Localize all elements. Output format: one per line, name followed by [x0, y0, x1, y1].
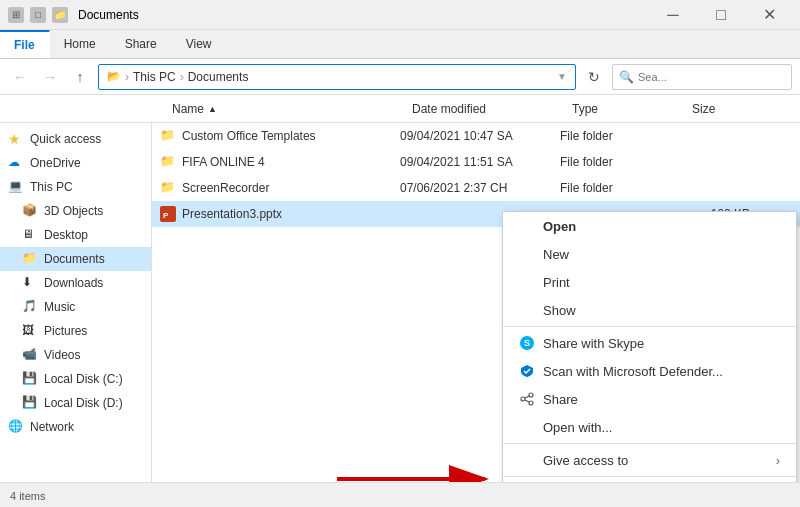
- show-icon: [519, 302, 535, 318]
- col-header-type[interactable]: Type: [562, 102, 682, 116]
- share-icon: [519, 391, 535, 407]
- context-menu-open[interactable]: Open: [503, 212, 796, 240]
- context-menu: Open New Print Show S Share with Skype: [502, 211, 797, 482]
- file-date: 09/04/2021 10:47 SA: [400, 129, 560, 143]
- title-bar-title: Documents: [78, 8, 139, 22]
- file-name: Custom Office Templates: [182, 129, 400, 143]
- sidebar-label-locald: Local Disk (D:): [44, 396, 123, 410]
- sidebar-item-network[interactable]: 🌐 Network: [0, 415, 151, 439]
- separator-2: [503, 443, 796, 444]
- sidebar-label-network: Network: [30, 420, 74, 434]
- context-menu-share[interactable]: Share: [503, 385, 796, 413]
- back-button[interactable]: ←: [8, 65, 32, 89]
- breadcrumb[interactable]: 📂 › This PC › Documents ▼: [98, 64, 576, 90]
- folder-file-icon-2: 📁: [160, 154, 176, 170]
- svg-point-4: [529, 393, 533, 397]
- context-menu-defender[interactable]: Scan with Microsoft Defender...: [503, 357, 796, 385]
- sidebar-item-pictures[interactable]: 🖼 Pictures: [0, 319, 151, 343]
- sidebar-item-music[interactable]: 🎵 Music: [0, 295, 151, 319]
- disk-d-icon: 💾: [22, 395, 38, 411]
- tab-share[interactable]: Share: [111, 30, 172, 58]
- status-bar: 4 items: [0, 482, 800, 507]
- sidebar-label-documents: Documents: [44, 252, 105, 266]
- search-box[interactable]: 🔍: [612, 64, 792, 90]
- status-text: 4 items: [10, 490, 45, 502]
- separator-3: [503, 476, 796, 477]
- ribbon: File Home Share View: [0, 30, 800, 59]
- cube-icon: 📦: [22, 203, 38, 219]
- close-button[interactable]: ✕: [746, 0, 792, 30]
- minimize-button[interactable]: ─: [650, 0, 696, 30]
- sidebar-item-documents[interactable]: 📁 Documents: [0, 247, 151, 271]
- folder-file-icon: 📁: [160, 128, 176, 144]
- context-menu-skype[interactable]: S Share with Skype: [503, 329, 796, 357]
- sidebar-item-thispc[interactable]: 💻 This PC: [0, 175, 151, 199]
- maximize-button[interactable]: □: [698, 0, 744, 30]
- print-icon: [519, 274, 535, 290]
- table-row[interactable]: 📁 ScreenRecorder 07/06/2021 2:37 CH File…: [152, 175, 800, 201]
- sidebar-item-videos[interactable]: 📹 Videos: [0, 343, 151, 367]
- title-bar-folder-icon: 📁: [52, 7, 68, 23]
- new-icon: [519, 246, 535, 262]
- defender-icon: [519, 363, 535, 379]
- file-date-2: 09/04/2021 11:51 SA: [400, 155, 560, 169]
- sidebar-label-downloads: Downloads: [44, 276, 103, 290]
- context-menu-show[interactable]: Show: [503, 296, 796, 324]
- tab-view[interactable]: View: [172, 30, 227, 58]
- svg-line-7: [525, 396, 529, 398]
- breadcrumb-documents: Documents: [188, 70, 249, 84]
- folder-file-icon-3: 📁: [160, 180, 176, 196]
- title-bar: ⊞ □ 📁 Documents ─ □ ✕: [0, 0, 800, 30]
- folder-icon: 📁: [22, 251, 38, 267]
- search-input[interactable]: [638, 71, 785, 83]
- context-menu-giveaccess[interactable]: Give access to ›: [503, 446, 796, 474]
- sidebar-item-onedrive[interactable]: ☁ OneDrive: [0, 151, 151, 175]
- cloud-icon: ☁: [8, 155, 24, 171]
- tab-home[interactable]: Home: [50, 30, 111, 58]
- file-type-3: File folder: [560, 181, 680, 195]
- context-menu-openwith[interactable]: Open with...: [503, 413, 796, 441]
- sidebar-item-desktop[interactable]: 🖥 Desktop: [0, 223, 151, 247]
- column-headers: Name ▲ Date modified Type Size: [0, 95, 800, 123]
- table-row[interactable]: 📁 FIFA ONLINE 4 09/04/2021 11:51 SA File…: [152, 149, 800, 175]
- context-menu-new[interactable]: New: [503, 240, 796, 268]
- address-bar: ← → ↑ 📂 › This PC › Documents ▼ ↻ 🔍: [0, 59, 800, 95]
- download-icon: ⬇: [22, 275, 38, 291]
- sidebar-item-quickaccess[interactable]: ★ Quick access: [0, 127, 151, 151]
- breadcrumb-thispc: This PC: [133, 70, 176, 84]
- sidebar-label-music: Music: [44, 300, 75, 314]
- sidebar-label-localc: Local Disk (C:): [44, 372, 123, 386]
- sidebar-label-pictures: Pictures: [44, 324, 87, 338]
- sidebar-label-videos: Videos: [44, 348, 80, 362]
- col-header-name[interactable]: Name ▲: [162, 102, 402, 116]
- svg-point-6: [529, 401, 533, 405]
- up-button[interactable]: ↑: [68, 65, 92, 89]
- sort-icon: ▲: [208, 104, 217, 114]
- file-name-3: ScreenRecorder: [182, 181, 400, 195]
- sidebar-item-3dobjects[interactable]: 📦 3D Objects: [0, 199, 151, 223]
- forward-button[interactable]: →: [38, 65, 62, 89]
- openwith-icon: [519, 419, 535, 435]
- sidebar-item-downloads[interactable]: ⬇ Downloads: [0, 271, 151, 295]
- disk-c-icon: 💾: [22, 371, 38, 387]
- svg-line-8: [525, 400, 529, 402]
- table-row[interactable]: 📁 Custom Office Templates 09/04/2021 10:…: [152, 123, 800, 149]
- tab-file[interactable]: File: [0, 30, 50, 58]
- file-name-4: Presentation3.pptx: [182, 207, 400, 221]
- arrow-annotation: [337, 459, 497, 482]
- open-icon: [519, 218, 535, 234]
- sidebar-label-thispc: This PC: [30, 180, 73, 194]
- sidebar-item-locald[interactable]: 💾 Local Disk (D:): [0, 391, 151, 415]
- col-header-date[interactable]: Date modified: [402, 102, 562, 116]
- col-header-size[interactable]: Size: [682, 102, 762, 116]
- context-menu-print[interactable]: Print: [503, 268, 796, 296]
- separator-1: [503, 326, 796, 327]
- refresh-button[interactable]: ↻: [582, 65, 606, 89]
- context-menu-addarchive[interactable]: Add to archive...: [503, 479, 796, 482]
- svg-text:P: P: [163, 211, 169, 220]
- sidebar-label-3dobjects: 3D Objects: [44, 204, 103, 218]
- sidebar: ★ Quick access ☁ OneDrive 💻 This PC 📦 3D…: [0, 123, 152, 482]
- file-list: 📁 Custom Office Templates 09/04/2021 10:…: [152, 123, 800, 482]
- sidebar-item-localc[interactable]: 💾 Local Disk (C:): [0, 367, 151, 391]
- svg-point-5: [521, 397, 525, 401]
